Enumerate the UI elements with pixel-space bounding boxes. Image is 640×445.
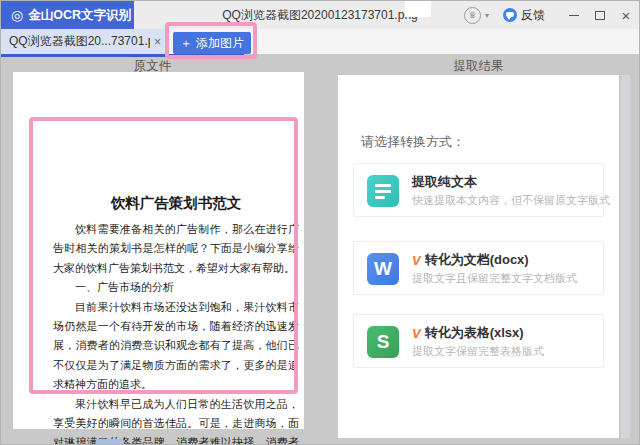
chat-bubble-icon bbox=[503, 8, 517, 22]
document-paragraph: 果汁饮料早已成为人们日常的生活饮用之品，享受美好的瞬间的首选佳品。可是，走进商场… bbox=[53, 395, 299, 445]
document-paragraph: 饮料需要准备相关的广告制作，那么在进行广告时相关的策划书是怎样的呢？下面是小编分… bbox=[53, 220, 299, 278]
tab-active-file[interactable]: QQ浏览器截图20...73701.png × bbox=[1, 29, 169, 54]
close-icon: × bbox=[622, 8, 631, 23]
minimize-button[interactable] bbox=[561, 1, 587, 29]
left-panel-header: 原文件 bbox=[1, 58, 304, 73]
title-bar: QQ浏览器截图20200123173701.png ◎ 金山OCR文字识别 ♛ … bbox=[1, 1, 639, 29]
add-image-button[interactable]: ＋ 添加图片 bbox=[173, 32, 251, 54]
crown-icon: ♛ bbox=[464, 7, 481, 24]
option-title: V 转化为文档(docx) bbox=[412, 251, 529, 269]
text-lines-icon bbox=[367, 175, 399, 207]
document-content: 饮料广告策划书范文 饮料需要准备相关的广告制作，那么在进行广告时相关的策划书是怎… bbox=[53, 194, 299, 445]
document-title: 饮料广告策划书范文 bbox=[53, 194, 299, 213]
option-extract-plain-text[interactable]: 提取纯文本 快速提取本文内容，但不保留原文字版式 bbox=[353, 163, 604, 217]
app-name: 金山OCR文字识别 bbox=[28, 7, 131, 24]
plus-icon: ＋ bbox=[180, 35, 192, 52]
vip-badge-icon: V bbox=[412, 326, 421, 341]
option-convert-to-docx[interactable]: W V 转化为文档(docx) 提取文字且保留完整文字文档版式 bbox=[353, 241, 604, 295]
right-panel-header: 提取结果 bbox=[338, 58, 619, 73]
document-paragraph: 目前果汁饮料市场还没达到饱和，果汁饮料市场仍然是一个有待开发的市场，随着经济的迅… bbox=[53, 298, 299, 395]
minimize-icon bbox=[569, 15, 579, 16]
option-title: V 转化为表格(xlsx) bbox=[412, 324, 524, 342]
tabbar-accent-line bbox=[1, 54, 244, 57]
add-image-label: 添加图片 bbox=[196, 35, 244, 52]
feedback-button[interactable]: 反馈 bbox=[503, 7, 545, 24]
original-file-preview: 饮料广告策划书范文 饮料需要准备相关的广告制作，那么在进行广告时相关的策划书是怎… bbox=[13, 72, 304, 429]
tab-bar: QQ浏览器截图20...73701.png × bbox=[1, 29, 639, 54]
vip-menu-button[interactable]: ♛ ▾ bbox=[464, 7, 489, 24]
option-description: 提取文字保留完整表格版式 bbox=[412, 344, 544, 359]
option-title: 提取纯文本 bbox=[412, 173, 477, 191]
masked-area bbox=[405, 1, 431, 17]
option-description: 快速提取本文内容，但不保留原文字版式 bbox=[412, 193, 610, 208]
app-logo-icon: ◎ bbox=[11, 8, 23, 22]
wps-sheet-icon: S bbox=[367, 326, 399, 358]
maximize-icon bbox=[595, 11, 605, 20]
feedback-label: 反馈 bbox=[521, 7, 545, 24]
right-panel-scrollbar[interactable] bbox=[621, 75, 630, 438]
wps-writer-icon: W bbox=[367, 253, 399, 285]
bottom-partial-control bbox=[96, 439, 124, 445]
maximize-button[interactable] bbox=[587, 1, 613, 29]
close-button[interactable]: × bbox=[613, 1, 639, 29]
titlebar-controls: ♛ ▾ 反馈 × bbox=[464, 1, 639, 29]
tab-close-icon[interactable]: × bbox=[154, 35, 161, 49]
vip-badge-icon: V bbox=[412, 253, 421, 268]
option-convert-to-xlsx[interactable]: S V 转化为表格(xlsx) 提取文字保留完整表格版式 bbox=[353, 314, 604, 368]
extraction-result-panel: 请选择转换方式： 提取纯文本 快速提取本文内容，但不保留原文字版式 W V 转化… bbox=[338, 75, 619, 438]
app-window: QQ浏览器截图20200123173701.png ◎ 金山OCR文字识别 ♛ … bbox=[0, 0, 640, 445]
document-paragraph: 一、广告市场的分析 bbox=[53, 278, 299, 297]
tab-label: QQ浏览器截图20...73701.png bbox=[9, 33, 150, 50]
chevron-down-icon: ▾ bbox=[485, 11, 489, 20]
conversion-prompt: 请选择转换方式： bbox=[361, 133, 465, 151]
app-brand: ◎ 金山OCR文字识别 bbox=[1, 1, 134, 29]
option-description: 提取文字且保留完整文字文档版式 bbox=[412, 271, 577, 286]
